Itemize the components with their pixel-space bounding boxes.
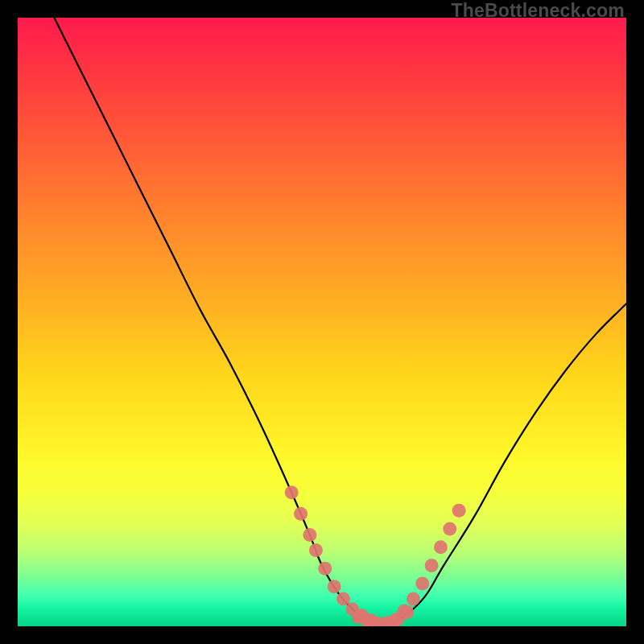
- plot-area: [18, 18, 626, 626]
- watermark-text: TheBottleneck.com: [451, 0, 625, 22]
- chart-frame: TheBottleneck.com: [0, 0, 644, 644]
